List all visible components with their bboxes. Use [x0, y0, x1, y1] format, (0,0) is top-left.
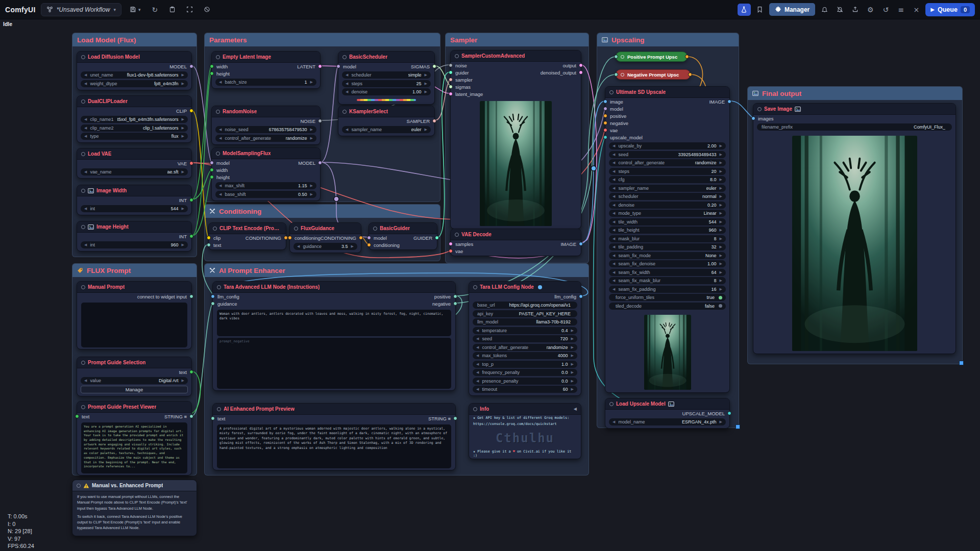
- node-ksampler_select[interactable]: KSamplerSelectSAMPLER◀sampler_nameeuler▶: [338, 106, 435, 136]
- node-header[interactable]: BasicGuider: [369, 223, 437, 234]
- collapse-toggle[interactable]: [81, 405, 85, 409]
- input-port-vae[interactable]: [603, 128, 607, 132]
- output-port-CONDITIONING[interactable]: [284, 236, 288, 240]
- stepper-left-icon[interactable]: ◀: [612, 144, 615, 148]
- stepper-right-icon[interactable]: ▶: [720, 245, 722, 249]
- stepper-right-icon[interactable]: ▶: [720, 161, 722, 165]
- node-save_image[interactable]: Save Imageimagesfilename_prefixComfyUI_F…: [753, 103, 956, 354]
- stepper-right-icon[interactable]: ▶: [182, 117, 184, 121]
- node-header[interactable]: Tara LLM Config Node: [469, 282, 581, 293]
- widget-control_after_generate[interactable]: ◀control_after_generaterandomize▶: [473, 344, 577, 351]
- workflow-tab[interactable]: *Unsaved Workflow ▾: [41, 3, 121, 16]
- stepper-right-icon[interactable]: ▶: [720, 279, 722, 283]
- collapse-toggle[interactable]: [81, 225, 85, 229]
- collapse-toggle[interactable]: [77, 484, 81, 488]
- node-flux_guidance[interactable]: FluxGuidanceconditioningCONDITIONING◀gui…: [289, 222, 361, 253]
- stepper-right-icon[interactable]: ▶: [310, 80, 313, 84]
- collapse-toggle[interactable]: [216, 55, 220, 59]
- widget-control_after_generate[interactable]: ◀control_after_generaterandomize▶: [215, 135, 316, 142]
- widget-denoise[interactable]: ◀denoise0.20▶: [609, 202, 726, 209]
- stepper-right-icon[interactable]: ▶: [182, 73, 184, 77]
- stepper-right-icon[interactable]: ▶: [720, 228, 722, 232]
- stepper-left-icon[interactable]: ◀: [612, 254, 615, 258]
- node-ai_enhanced_preview[interactable]: AI Enhanced Prompt PreviewtextSTRING ≡A …: [212, 403, 456, 470]
- stepper-left-icon[interactable]: ◀: [219, 136, 222, 140]
- widget-guidance[interactable]: ◀guidance3.5▶: [293, 243, 357, 250]
- input-port-upscale_model[interactable]: [603, 135, 607, 139]
- node-note_node[interactable]: Manual vs. Enhanced PromptIf you want to…: [72, 480, 197, 536]
- collapse-toggle[interactable]: [621, 55, 624, 59]
- node-pos_prompt_upsc[interactable]: Positive Prompt Upsc: [616, 52, 688, 62]
- output-port[interactable]: [688, 72, 692, 77]
- stepper-left-icon[interactable]: ◀: [612, 245, 615, 249]
- output-port-output[interactable]: [579, 63, 583, 67]
- text-area[interactable]: A professional digital art of a mysterio…: [217, 424, 451, 468]
- node-header[interactable]: Prompt Guide Selection: [77, 357, 191, 368]
- manager-button[interactable]: Manager: [769, 3, 815, 16]
- input-port-height[interactable]: [210, 175, 214, 179]
- collapse-toggle[interactable]: [213, 227, 217, 231]
- stepper-left-icon[interactable]: ◀: [612, 420, 615, 424]
- input-port-model[interactable]: [367, 236, 371, 240]
- widget-sampler_name[interactable]: ◀sampler_nameeuler▶: [609, 185, 726, 192]
- stepper-left-icon[interactable]: ◀: [476, 345, 479, 349]
- widget-weight_dtype[interactable]: ◀weight_dtypefp8_e4m3fn▶: [81, 80, 188, 87]
- node-header[interactable]: Load Upscale Model: [605, 398, 729, 410]
- collapse-toggle[interactable]: [455, 54, 459, 58]
- refresh-button[interactable]: ↻: [149, 4, 161, 16]
- stepper-left-icon[interactable]: ◀: [612, 279, 615, 283]
- output-port-MODEL[interactable]: [189, 64, 193, 68]
- widget-max_shift[interactable]: ◀max_shift1.15▶: [215, 182, 316, 189]
- widget-value[interactable]: ◀valueDigital Art▶: [81, 377, 188, 384]
- stepper-right-icon[interactable]: ▶: [720, 144, 722, 148]
- widget-max_tokens[interactable]: ◀max_tokens4000▶: [473, 352, 577, 359]
- node-header[interactable]: Load Diffusion Model: [77, 52, 191, 63]
- stepper-left-icon[interactable]: ◀: [612, 228, 615, 232]
- output-port-GUIDER[interactable]: [435, 236, 439, 240]
- stepper-right-icon[interactable]: ▶: [310, 128, 313, 132]
- input-port-positive[interactable]: [603, 114, 607, 118]
- input-port-guidance[interactable]: [211, 302, 215, 306]
- node-basic_scheduler[interactable]: BasicSchedulermodelSIGMAS◀schedulersimpl…: [338, 51, 435, 105]
- widget-seam_fix_mask_blur[interactable]: ◀seam_fix_mask_blur8▶: [609, 277, 726, 284]
- stepper-right-icon[interactable]: ▶: [182, 207, 184, 211]
- toggle-icon[interactable]: [719, 304, 722, 308]
- collapse-toggle[interactable]: [217, 407, 221, 411]
- stepper-right-icon[interactable]: ▶: [720, 211, 722, 215]
- widget-int[interactable]: ◀int960▶: [81, 241, 188, 248]
- stepper-right-icon[interactable]: ▶: [425, 128, 427, 132]
- stepper-left-icon[interactable]: ◀: [84, 82, 87, 86]
- collapse-toggle[interactable]: [609, 402, 614, 406]
- stepper-left-icon[interactable]: ◀: [612, 161, 615, 165]
- output-port-INT[interactable]: [189, 198, 193, 202]
- stepper-left-icon[interactable]: ◀: [219, 80, 222, 84]
- node-header[interactable]: Manual Prompt: [77, 282, 191, 293]
- node-prompt_guide_preset_viewer[interactable]: Prompt Guide Preset ViewertextSTRING ≡Yo…: [77, 401, 192, 475]
- share-button[interactable]: [849, 4, 861, 16]
- input-port-clip[interactable]: [207, 236, 211, 240]
- stepper-right-icon[interactable]: ▶: [720, 220, 722, 224]
- input-port-width[interactable]: [210, 64, 214, 68]
- output-port-UPSCALE_MODEL[interactable]: [727, 411, 731, 415]
- input-port-images[interactable]: [751, 116, 755, 120]
- widget-batch_size[interactable]: ◀batch_size1▶: [215, 79, 316, 86]
- history-button[interactable]: ↺: [879, 4, 892, 16]
- output-port-CONDITIONING[interactable]: [359, 236, 363, 240]
- stepper-left-icon[interactable]: ◀: [84, 134, 87, 138]
- node-basic_guider[interactable]: BasicGuidermodelGUIDERconditioning: [369, 222, 437, 250]
- stepper-left-icon[interactable]: ◀: [612, 186, 615, 190]
- stepper-left-icon[interactable]: ◀: [84, 170, 87, 174]
- output-port-IMAGE[interactable]: [579, 242, 583, 246]
- node-load_upscale_model[interactable]: Load Upscale ModelUPSCALE_MODEL◀model_na…: [605, 398, 730, 429]
- chevron-down-icon[interactable]: ▾: [138, 7, 141, 12]
- stepper-left-icon[interactable]: ◀: [346, 82, 348, 86]
- stepper-right-icon[interactable]: ▶: [571, 379, 574, 383]
- input-port-text[interactable]: [207, 243, 211, 247]
- collapse-toggle[interactable]: [757, 107, 762, 111]
- output-port-MODEL[interactable]: [318, 161, 322, 165]
- collapse-toggle[interactable]: [216, 110, 220, 114]
- widget-sampler_name[interactable]: ◀sampler_nameeuler▶: [342, 126, 431, 133]
- widget-filename_prefix[interactable]: filename_prefixComfyUI_Flux_: [757, 123, 952, 131]
- reroute-node[interactable]: [334, 196, 339, 202]
- output-port-IMAGE[interactable]: [727, 99, 731, 104]
